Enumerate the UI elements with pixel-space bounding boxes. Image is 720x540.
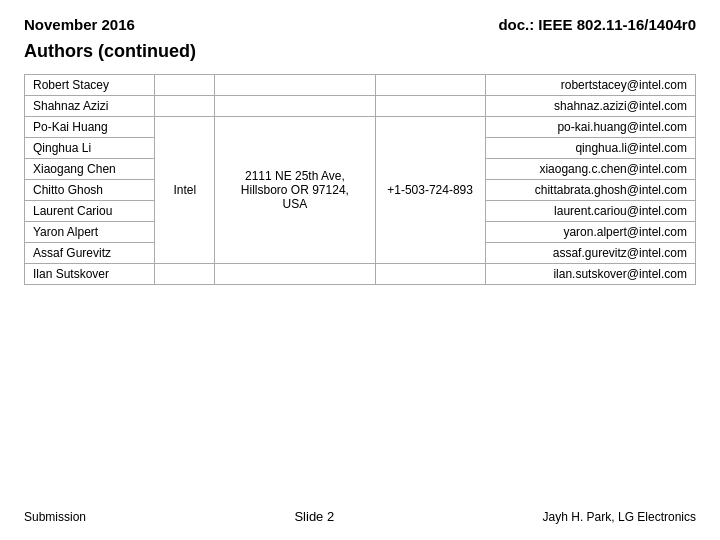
author-company: Intel bbox=[155, 117, 215, 264]
author-address bbox=[215, 96, 375, 117]
content: Robert Staceyrobertstacey@intel.comShahn… bbox=[24, 74, 696, 501]
author-address bbox=[215, 75, 375, 96]
author-email: yaron.alpert@intel.com bbox=[485, 222, 695, 243]
author-name: Chitto Ghosh bbox=[25, 180, 155, 201]
section-title: Authors (continued) bbox=[24, 41, 696, 62]
author-name: Laurent Cariou bbox=[25, 201, 155, 222]
footer-left: Submission bbox=[24, 510, 86, 524]
author-email: chittabrata.ghosh@intel.com bbox=[485, 180, 695, 201]
footer-center: Slide 2 bbox=[294, 509, 334, 524]
author-email: laurent.cariou@intel.com bbox=[485, 201, 695, 222]
author-email: qinghua.li@intel.com bbox=[485, 138, 695, 159]
author-email: po-kai.huang@intel.com bbox=[485, 117, 695, 138]
table-row: Robert Staceyrobertstacey@intel.com bbox=[25, 75, 696, 96]
header-date: November 2016 bbox=[24, 16, 135, 33]
page: November 2016 doc.: IEEE 802.11-16/1404r… bbox=[0, 0, 720, 540]
author-name: Po-Kai Huang bbox=[25, 117, 155, 138]
table-row: Ilan Sutskoverilan.sutskover@intel.com bbox=[25, 264, 696, 285]
header-doc: doc.: IEEE 802.11-16/1404r0 bbox=[498, 16, 696, 33]
author-name: Shahnaz Azizi bbox=[25, 96, 155, 117]
author-phone bbox=[375, 96, 485, 117]
author-address: 2111 NE 25th Ave,Hillsboro OR 97124,USA bbox=[215, 117, 375, 264]
author-email: shahnaz.azizi@intel.com bbox=[485, 96, 695, 117]
author-email: xiaogang.c.chen@intel.com bbox=[485, 159, 695, 180]
author-email: assaf.gurevitz@intel.com bbox=[485, 243, 695, 264]
author-name: Qinghua Li bbox=[25, 138, 155, 159]
author-phone bbox=[375, 75, 485, 96]
author-name: Yaron Alpert bbox=[25, 222, 155, 243]
author-company bbox=[155, 96, 215, 117]
author-name: Assaf Gurevitz bbox=[25, 243, 155, 264]
footer: Submission Slide 2 Jayh H. Park, LG Elec… bbox=[24, 501, 696, 524]
footer-right: Jayh H. Park, LG Electronics bbox=[543, 510, 696, 524]
author-address bbox=[215, 264, 375, 285]
table-row: Po-Kai HuangIntel2111 NE 25th Ave,Hillsb… bbox=[25, 117, 696, 138]
authors-table: Robert Staceyrobertstacey@intel.comShahn… bbox=[24, 74, 696, 285]
author-phone: +1-503-724-893 bbox=[375, 117, 485, 264]
author-company bbox=[155, 264, 215, 285]
header: November 2016 doc.: IEEE 802.11-16/1404r… bbox=[24, 16, 696, 33]
author-name: Ilan Sutskover bbox=[25, 264, 155, 285]
author-name: Robert Stacey bbox=[25, 75, 155, 96]
author-name: Xiaogang Chen bbox=[25, 159, 155, 180]
table-row: Shahnaz Azizishahnaz.azizi@intel.com bbox=[25, 96, 696, 117]
author-phone bbox=[375, 264, 485, 285]
author-email: ilan.sutskover@intel.com bbox=[485, 264, 695, 285]
author-company bbox=[155, 75, 215, 96]
author-email: robertstacey@intel.com bbox=[485, 75, 695, 96]
